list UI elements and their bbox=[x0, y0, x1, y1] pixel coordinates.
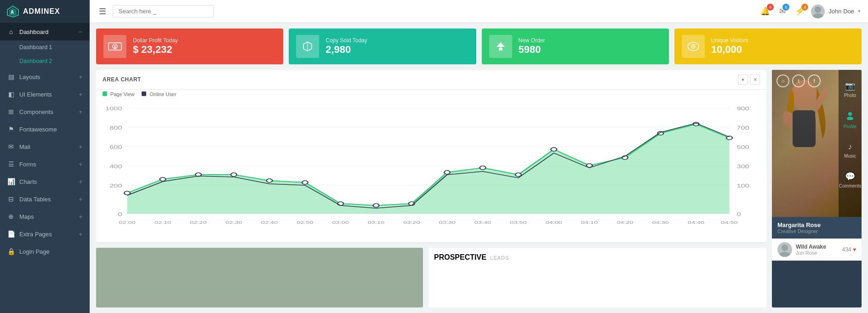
alerts-badge: 4 bbox=[801, 4, 808, 11]
profile-right-actions: 📷 Photo Profile bbox=[839, 70, 862, 217]
sidebar-item-charts[interactable]: 📊 Charts + bbox=[0, 173, 90, 190]
maps-icon: ⊕ bbox=[7, 213, 15, 220]
expand-icon: + bbox=[79, 178, 82, 185]
sidebar-item-components[interactable]: ⊞ Components + bbox=[0, 103, 90, 120]
stat-cards: $ Dollar Profit Today $ 23,232 Copy Sold… bbox=[90, 23, 868, 70]
forms-icon: ☰ bbox=[7, 160, 15, 168]
avatar bbox=[811, 5, 825, 18]
mail-icon: ✉ bbox=[7, 143, 15, 150]
sidebar-item-ui-elements[interactable]: ◧ UI Elements + bbox=[0, 85, 90, 103]
sidebar-item-extra-pages[interactable]: 📄 Extra Pages + bbox=[0, 225, 90, 243]
person-icon bbox=[845, 111, 855, 122]
svg-text:02:50: 02:50 bbox=[297, 220, 314, 225]
sidebar-item-login-page[interactable]: 🔒 Login Page bbox=[0, 243, 90, 260]
legend-dot-onlineuser bbox=[142, 91, 146, 96]
svg-text:04:30: 04:30 bbox=[652, 220, 669, 225]
expand-icon: + bbox=[79, 91, 82, 98]
prospective-title: PROSPECTIVE LEADS bbox=[434, 253, 761, 262]
camera-icon: 📷 bbox=[845, 81, 855, 91]
profile-social-icons: ○ t f bbox=[777, 74, 821, 87]
copy-label: Copy Sold Today bbox=[326, 37, 367, 44]
sidebar-item-label: Data Tables bbox=[19, 196, 51, 203]
svg-point-43 bbox=[444, 171, 450, 174]
profile-action-profile[interactable]: Profile bbox=[839, 104, 862, 136]
svg-text:04:00: 04:00 bbox=[546, 220, 563, 225]
copy-value: 2,980 bbox=[326, 44, 367, 56]
messages-button[interactable]: ✉ 5 bbox=[777, 5, 788, 18]
chevron-down-icon: ▾ bbox=[858, 8, 861, 14]
sidebar: A ADMINEX ⌂ Dashboard − Dashboard 1 Dash… bbox=[0, 0, 90, 313]
profile-info: Margarita Rose Creative Designer bbox=[772, 217, 862, 239]
svg-text:03:30: 03:30 bbox=[439, 220, 456, 225]
sidebar-item-dashboard[interactable]: ⌂ Dashboard − bbox=[0, 23, 90, 40]
profit-info: Dollar Profit Today $ 23,232 bbox=[133, 37, 178, 56]
expand-icon: + bbox=[79, 74, 82, 80]
fontawesome-icon: ⚑ bbox=[7, 125, 15, 133]
chart-legend: Page View Online User bbox=[96, 90, 766, 101]
svg-text:04:40: 04:40 bbox=[688, 220, 705, 225]
svg-text:300: 300 bbox=[737, 164, 749, 169]
heart-icon: ♥ bbox=[853, 246, 856, 253]
profile-name: Margarita Rose bbox=[777, 222, 856, 228]
sidebar-item-maps[interactable]: ⊕ Maps + bbox=[0, 208, 90, 225]
stat-card-profit: $ Dollar Profit Today $ 23,232 bbox=[96, 28, 283, 64]
messages-badge: 5 bbox=[782, 4, 789, 11]
profile-action-music[interactable]: ♪ Music bbox=[839, 136, 862, 165]
chart-collapse-button[interactable]: ▾ bbox=[738, 74, 748, 85]
facebook-icon-button[interactable]: f bbox=[808, 74, 821, 87]
sidebar-item-data-tables[interactable]: ⊟ Data Tables + bbox=[0, 190, 90, 208]
search-input[interactable] bbox=[113, 5, 214, 17]
profile-label: Profile bbox=[844, 124, 857, 129]
tables-icon: ⊟ bbox=[7, 195, 15, 203]
twitter-icon-button[interactable]: t bbox=[792, 74, 805, 87]
svg-text:700: 700 bbox=[737, 125, 749, 131]
sidebar-item-fontawesome[interactable]: ⚑ Fontawesome bbox=[0, 120, 90, 138]
chart-title: AREA CHART bbox=[103, 76, 738, 83]
svg-point-40 bbox=[337, 202, 343, 205]
svg-text:03:20: 03:20 bbox=[403, 220, 420, 225]
sidebar-item-forms[interactable]: ☰ Forms + bbox=[0, 155, 90, 173]
sidebar-item-label: Mail bbox=[19, 143, 30, 150]
svg-text:0: 0 bbox=[118, 212, 122, 217]
svg-text:500: 500 bbox=[737, 145, 749, 150]
svg-text:02:40: 02:40 bbox=[261, 220, 278, 225]
sidebar-item-label: Maps bbox=[19, 213, 34, 220]
svg-text:04:20: 04:20 bbox=[617, 220, 634, 225]
svg-marker-10 bbox=[497, 42, 505, 47]
svg-text:03:00: 03:00 bbox=[332, 220, 349, 225]
profile-action-photo[interactable]: 📷 Photo bbox=[839, 74, 862, 104]
sidebar-item-dashboard1[interactable]: Dashboard 1 bbox=[0, 40, 90, 54]
notifications-button[interactable]: 🔔 8 bbox=[758, 5, 773, 18]
svg-text:02:20: 02:20 bbox=[190, 220, 207, 225]
sidebar-item-dashboard2[interactable]: Dashboard 2 bbox=[0, 54, 90, 68]
person-stat: 434 ♥ bbox=[842, 246, 857, 253]
instagram-icon-button[interactable]: ○ bbox=[777, 74, 789, 87]
alerts-button[interactable]: ⚡ 4 bbox=[792, 5, 807, 18]
hamburger-button[interactable]: ☰ bbox=[97, 5, 108, 18]
logo-icon: A bbox=[6, 5, 19, 18]
svg-marker-33 bbox=[127, 124, 730, 214]
sidebar-item-mail[interactable]: ✉ Mail + bbox=[0, 138, 90, 155]
right-panel: ○ t f 📷 Photo bbox=[772, 70, 862, 307]
svg-text:800: 800 bbox=[110, 125, 122, 131]
sidebar-item-label: Extra Pages bbox=[19, 231, 52, 238]
chart-header: AREA CHART ▾ ✕ bbox=[96, 70, 766, 90]
comments-icon: 💬 bbox=[845, 171, 855, 182]
stat-card-order: New Order 5980 bbox=[482, 28, 669, 64]
order-label: New Order bbox=[519, 37, 545, 44]
sidebar-item-layouts[interactable]: ▤ Layouts + bbox=[0, 68, 90, 85]
chart-close-button[interactable]: ✕ bbox=[750, 74, 760, 85]
svg-point-73 bbox=[847, 117, 853, 120]
legend-page-view: Page View bbox=[103, 91, 134, 97]
svg-point-37 bbox=[231, 173, 237, 176]
person-sub: Jun Rose bbox=[796, 250, 826, 256]
sidebar-sub-label: Dashboard 2 bbox=[19, 58, 52, 64]
user-name: John Doe bbox=[828, 8, 854, 15]
sidebar-item-label: Fontawesome bbox=[19, 126, 57, 133]
profit-label: Dollar Profit Today bbox=[133, 37, 178, 44]
svg-text:02:00: 02:00 bbox=[119, 220, 136, 225]
area-chart-svg: 1000 800 600 400 200 0 900 700 500 300 1… bbox=[96, 103, 763, 232]
copy-info: Copy Sold Today 2,980 bbox=[326, 37, 367, 56]
topbar: ☰ 🔔 8 ✉ 5 ⚡ 4 John Doe ▾ bbox=[90, 0, 868, 23]
profile-action-comments[interactable]: 💬 Comments bbox=[839, 165, 862, 195]
